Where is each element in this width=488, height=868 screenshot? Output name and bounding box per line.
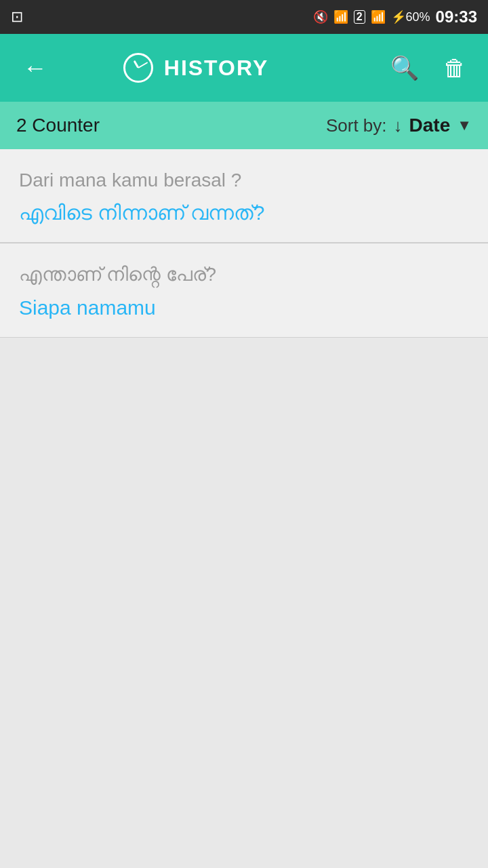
history-translation-text: എവിടെ നിന്നാണ് വന്നത്?	[19, 199, 469, 226]
app-bar-title-group: HISTORY	[7, 53, 385, 83]
wifi-icon: 📶	[333, 9, 348, 24]
clock-icon	[123, 53, 153, 83]
history-source-text: എന്താണ് നിന്റെ പേര്?	[19, 262, 469, 287]
sort-control[interactable]: Sort by: ↓ Date ▼	[326, 115, 472, 136]
chevron-down-icon[interactable]: ▼	[457, 117, 472, 134]
content-area: Dari mana kamu berasal ?എവിടെ നിന്നാണ് വ…	[0, 149, 488, 868]
app-bar: ← HISTORY 🔍 🗑	[0, 34, 488, 102]
sort-arrow-icon: ↓	[394, 115, 403, 136]
app-title: HISTORY	[164, 56, 268, 81]
status-time: 09:33	[436, 7, 477, 26]
status-bar-right: 🔇 📶 2 📶 ⚡60% 09:33	[313, 7, 477, 26]
sort-bar: 2 Counter Sort by: ↓ Date ▼	[0, 102, 488, 149]
app-bar-actions: 🔍 🗑	[385, 49, 472, 87]
history-translation-text: Siapa namamu	[19, 294, 469, 321]
delete-icon[interactable]: 🗑	[438, 50, 472, 87]
history-source-text: Dari mana kamu berasal ?	[19, 168, 469, 193]
mute-icon: 🔇	[313, 9, 328, 24]
sort-by-label: Sort by:	[326, 115, 387, 136]
signal-icon: 📶	[371, 9, 386, 24]
status-bar-left: ⊡	[11, 8, 23, 26]
list-item[interactable]: എന്താണ് നിന്റെ പേര്?Siapa namamu	[0, 243, 488, 337]
photo-icon: ⊡	[11, 8, 23, 26]
counter-label: 2 Counter	[16, 115, 326, 136]
sort-value: Date	[409, 115, 451, 136]
sim2-icon: 2	[354, 10, 365, 24]
status-bar: ⊡ 🔇 📶 2 📶 ⚡60% 09:33	[0, 0, 488, 34]
clock-minute-hand	[138, 62, 148, 68]
search-icon[interactable]: 🔍	[385, 49, 424, 87]
battery-icon: ⚡60%	[391, 9, 430, 24]
list-item[interactable]: Dari mana kamu berasal ?എവിടെ നിന്നാണ് വ…	[0, 149, 488, 243]
